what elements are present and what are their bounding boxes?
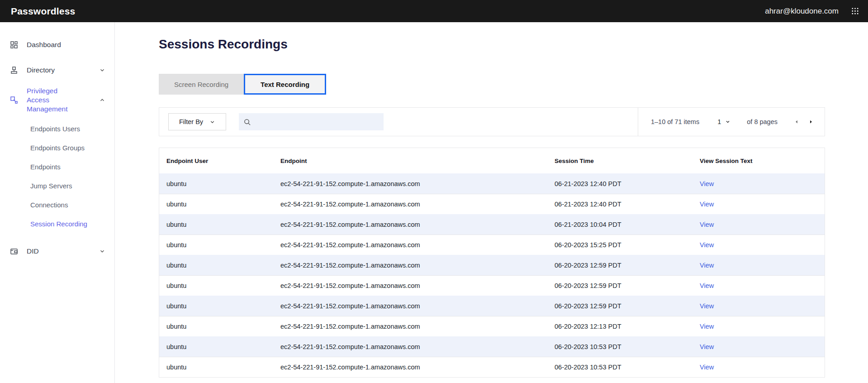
sidebar-item-label: Directory (27, 66, 55, 75)
cell-endpoint-user: ubuntu (159, 302, 273, 310)
table-row: ubuntu ec2-54-221-91-152.compute-1.amazo… (159, 214, 825, 235)
dashboard-icon (9, 40, 19, 49)
search-icon (243, 118, 251, 126)
chevron-up-icon (99, 97, 105, 103)
cell-endpoint-user: ubuntu (159, 221, 273, 228)
page-number-select[interactable]: 1 (717, 118, 730, 125)
pam-vector-icon (9, 96, 19, 105)
previous-page-button[interactable] (789, 115, 804, 129)
app-switcher-button[interactable] (849, 5, 861, 17)
cell-endpoint: ec2-54-221-91-152.compute-1.amazonaws.co… (273, 180, 547, 187)
sidebar-item-endpoints-users[interactable]: Endpoints Users (0, 119, 114, 138)
chevron-down-icon (725, 119, 730, 124)
directory-icon (9, 66, 19, 75)
page-layout: Dashboard Directory (0, 22, 868, 383)
table-header: Endpoint User Endpoint Session Time View… (159, 148, 825, 173)
cell-endpoint-user: ubuntu (159, 343, 273, 350)
filter-by-label: Filter By (179, 118, 203, 125)
view-session-link[interactable]: View (700, 302, 714, 310)
view-session-link[interactable]: View (700, 323, 714, 330)
cell-endpoint: ec2-54-221-91-152.compute-1.amazonaws.co… (273, 282, 547, 289)
table-row: ubuntu ec2-54-221-91-152.compute-1.amazo… (159, 275, 825, 296)
sidebar-item-jump-servers[interactable]: Jump Servers (0, 176, 114, 195)
main-content: Sessions Recordings Screen Recording Tex… (115, 22, 868, 383)
grid-dots-icon (851, 7, 859, 15)
cell-session-time: 06-21-2023 12:40 PDT (547, 180, 693, 187)
wallet-icon (9, 247, 19, 256)
cell-endpoint: ec2-54-221-91-152.compute-1.amazonaws.co… (273, 241, 547, 249)
view-session-link[interactable]: View (700, 221, 714, 228)
search-box[interactable] (239, 113, 384, 130)
view-session-link[interactable]: View (700, 180, 714, 187)
cell-endpoint: ec2-54-221-91-152.compute-1.amazonaws.co… (273, 262, 547, 269)
tab-screen-recording[interactable]: Screen Recording (159, 74, 244, 95)
cell-endpoint: ec2-54-221-91-152.compute-1.amazonaws.co… (273, 364, 547, 371)
view-session-link[interactable]: View (700, 364, 714, 371)
cell-endpoint: ec2-54-221-91-152.compute-1.amazonaws.co… (273, 323, 547, 330)
pam-submenu: Endpoints Users Endpoints Groups Endpoin… (0, 119, 114, 233)
sidebar-item-dashboard[interactable]: Dashboard (0, 36, 114, 54)
view-session-link[interactable]: View (700, 201, 714, 208)
cell-session-time: 06-20-2023 12:13 PDT (547, 323, 693, 330)
next-page-button[interactable] (804, 115, 818, 129)
cell-session-time: 06-20-2023 15:25 PDT (547, 241, 693, 249)
table-row: ubuntu ec2-54-221-91-152.compute-1.amazo… (159, 173, 825, 194)
table-row: ubuntu ec2-54-221-91-152.compute-1.amazo… (159, 296, 825, 316)
cell-endpoint-user: ubuntu (159, 282, 273, 289)
tab-text-recording[interactable]: Text Recording (244, 74, 326, 95)
cell-endpoint: ec2-54-221-91-152.compute-1.amazonaws.co… (273, 343, 547, 350)
sidebar: Dashboard Directory (0, 22, 115, 383)
pagination: 1–10 of 71 items 1 of 8 pages (638, 108, 825, 136)
cell-endpoint-user: ubuntu (159, 180, 273, 187)
column-header-endpoint: Endpoint (273, 158, 547, 164)
view-session-link[interactable]: View (700, 241, 714, 249)
cell-endpoint-user: ubuntu (159, 262, 273, 269)
table-row: ubuntu ec2-54-221-91-152.compute-1.amazo… (159, 357, 825, 377)
cell-session-time: 06-20-2023 12:59 PDT (547, 282, 693, 289)
chevron-down-icon (209, 119, 215, 125)
table-row: ubuntu ec2-54-221-91-152.compute-1.amazo… (159, 255, 825, 275)
caret-left-icon (794, 119, 799, 124)
table-body: ubuntu ec2-54-221-91-152.compute-1.amazo… (159, 173, 825, 377)
view-session-link[interactable]: View (700, 282, 714, 289)
cell-endpoint-user: ubuntu (159, 241, 273, 249)
pagination-items-count: 1–10 of 71 items (651, 118, 699, 125)
sidebar-item-session-recording[interactable]: Session Recording (0, 214, 114, 233)
sidebar-item-label: DID (27, 247, 39, 256)
cell-endpoint: ec2-54-221-91-152.compute-1.amazonaws.co… (273, 201, 547, 208)
cell-endpoint-user: ubuntu (159, 201, 273, 208)
sidebar-item-privileged-access-management[interactable]: Privileged Access Management (0, 86, 114, 114)
page-title: Sessions Recordings (159, 37, 825, 52)
top-bar: Passwordless ahrar@kloudone.com (0, 0, 868, 22)
sidebar-item-did[interactable]: DID (0, 242, 114, 260)
sidebar-item-endpoints[interactable]: Endpoints (0, 157, 114, 176)
pagination-arrows (789, 115, 818, 129)
chevron-down-icon (99, 248, 105, 254)
chevron-down-icon (99, 67, 105, 73)
table-row: ubuntu ec2-54-221-91-152.compute-1.amazo… (159, 316, 825, 336)
user-email: ahrar@kloudone.com (765, 7, 839, 16)
filter-by-dropdown[interactable]: Filter By (168, 113, 226, 130)
page-number: 1 (717, 118, 721, 125)
sidebar-item-connections[interactable]: Connections (0, 195, 114, 214)
filter-toolbar: Filter By 1–10 of 71 items 1 (159, 107, 825, 136)
sidebar-item-endpoints-groups[interactable]: Endpoints Groups (0, 138, 114, 157)
table-row: ubuntu ec2-54-221-91-152.compute-1.amazo… (159, 194, 825, 214)
sidebar-item-directory[interactable]: Directory (0, 61, 114, 79)
view-session-link[interactable]: View (700, 262, 714, 269)
view-session-link[interactable]: View (700, 343, 714, 350)
table-row: ubuntu ec2-54-221-91-152.compute-1.amazo… (159, 235, 825, 255)
column-header-session-time: Session Time (547, 158, 693, 164)
sidebar-item-label: Dashboard (27, 40, 61, 49)
cell-endpoint-user: ubuntu (159, 364, 273, 371)
cell-session-time: 06-21-2023 12:40 PDT (547, 201, 693, 208)
tab-bar: Screen Recording Text Recording (159, 74, 825, 95)
search-input[interactable] (255, 118, 379, 125)
cell-endpoint: ec2-54-221-91-152.compute-1.amazonaws.co… (273, 221, 547, 228)
cell-session-time: 06-20-2023 12:59 PDT (547, 302, 693, 310)
brand-logo: Passwordless (11, 6, 75, 17)
cell-session-time: 06-20-2023 12:59 PDT (547, 262, 693, 269)
cell-session-time: 06-21-2023 10:04 PDT (547, 221, 693, 228)
cell-session-time: 06-20-2023 10:53 PDT (547, 343, 693, 350)
sidebar-item-label: Privileged Access Management (27, 86, 80, 114)
